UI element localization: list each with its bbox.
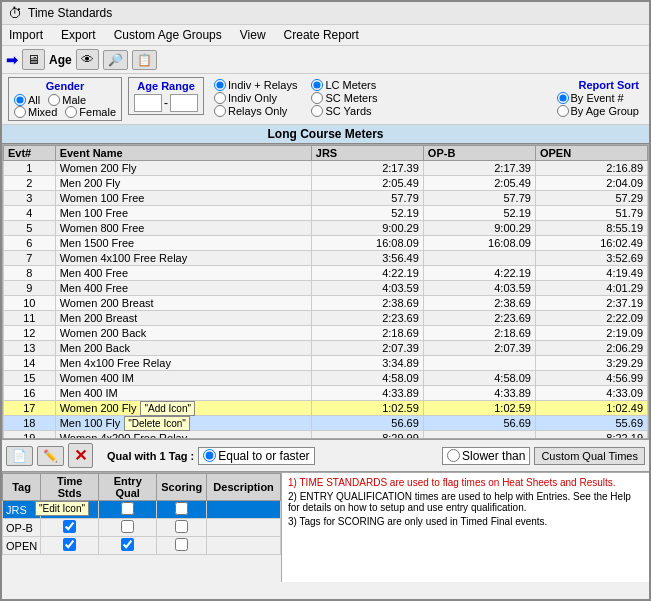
tag-row[interactable]: JRS"Edit Icon" (3, 501, 281, 519)
cell-jrs: 8:29.99 (311, 431, 423, 440)
tag-cell-tag: OP-B (3, 519, 41, 537)
menu-import[interactable]: Import (6, 27, 46, 43)
age-range-to[interactable] (170, 94, 198, 112)
cell-open: 51.79 (535, 206, 647, 221)
table-row[interactable]: 1Women 200 Fly2:17.392:17.392:16.89 (4, 161, 648, 176)
tags-section: Tag Time Stds Entry Qual Scoring Descrip… (2, 472, 649, 582)
tag-col-time-stds: Time Stds (41, 474, 99, 501)
cell-opb: 16:08.09 (423, 236, 535, 251)
course-lc-meters[interactable]: LC Meters (311, 79, 377, 91)
table-row[interactable]: 2Men 200 Fly2:05.492:05.492:04.09 (4, 176, 648, 191)
help-text-item: 2) ENTRY QUALIFICATION times are used to… (288, 491, 643, 513)
equal-faster-option[interactable]: Equal to or faster (198, 447, 314, 465)
cell-opb: 4:03.59 (423, 281, 535, 296)
table-row[interactable]: 8Men 400 Free4:22.194:22.194:19.49 (4, 266, 648, 281)
cell-jrs: 9:00.29 (311, 221, 423, 236)
relay-relays-only[interactable]: Relays Only (214, 105, 297, 117)
toolbar-eye-btn[interactable]: 👁 (76, 49, 99, 70)
toolbar: ➡ 🖥 Age 👁 🔎 📋 (2, 46, 649, 74)
sort-by-event[interactable]: By Event # (557, 92, 640, 104)
tag-cell-time-stds[interactable] (41, 519, 99, 537)
menu-create-report[interactable]: Create Report (281, 27, 362, 43)
edit-btn[interactable]: ✏️ (37, 446, 64, 466)
cell-name: Women 200 Fly"Add Icon" (55, 401, 311, 416)
toolbar-btn-1[interactable]: 🖥 (22, 49, 45, 70)
menu-view[interactable]: View (237, 27, 269, 43)
table-row[interactable]: 5Women 800 Free9:00.299:00.298:55.19 (4, 221, 648, 236)
table-row[interactable]: 3Women 100 Free57.7957.7957.29 (4, 191, 648, 206)
cell-num: 14 (4, 356, 56, 371)
nav-arrow-icon[interactable]: ➡ (6, 52, 18, 68)
menu-custom-age-groups[interactable]: Custom Age Groups (111, 27, 225, 43)
cell-open: 2:37.19 (535, 296, 647, 311)
age-range-from[interactable] (134, 94, 162, 112)
gender-all[interactable]: All (14, 94, 40, 106)
cell-open: 4:56.99 (535, 371, 647, 386)
table-row[interactable]: 6Men 1500 Free16:08.0916:08.0916:02.49 (4, 236, 648, 251)
tag-cell-desc (207, 501, 281, 519)
gender-male[interactable]: Male (48, 94, 86, 106)
cell-open: 2:22.09 (535, 311, 647, 326)
bottom-toolbar: 📄 ✏️ ✕ Qual with 1 Tag : Equal to or fas… (2, 439, 649, 472)
sort-by-age-group[interactable]: By Age Group (557, 105, 640, 117)
table-row[interactable]: 17Women 200 Fly"Add Icon"1:02.591:02.591… (4, 401, 648, 416)
table-row[interactable]: 14Men 4x100 Free Relay3:34.893:29.29 (4, 356, 648, 371)
gender-female[interactable]: Female (65, 106, 116, 118)
cell-name: Men 400 IM (55, 386, 311, 401)
table-row[interactable]: 11Men 200 Breast2:23.692:23.692:22.09 (4, 311, 648, 326)
gender-mixed[interactable]: Mixed (14, 106, 57, 118)
table-row[interactable]: 15Women 400 IM4:58.094:58.094:56.99 (4, 371, 648, 386)
cell-opb (423, 356, 535, 371)
table-row[interactable]: 9Men 400 Free4:03.594:03.594:01.29 (4, 281, 648, 296)
tag-row[interactable]: OPEN (3, 537, 281, 555)
tag-cell-scoring[interactable] (157, 501, 207, 519)
slower-than-option[interactable]: Slower than (442, 447, 530, 465)
tag-cell-entry-qual[interactable] (99, 537, 157, 555)
tag-cell-scoring[interactable] (157, 519, 207, 537)
cell-num: 5 (4, 221, 56, 236)
course-sc-yards[interactable]: SC Yards (311, 105, 377, 117)
cell-opb: 2:18.69 (423, 326, 535, 341)
table-row[interactable]: 12Women 200 Back2:18.692:18.692:19.09 (4, 326, 648, 341)
cell-num: 8 (4, 266, 56, 281)
delete-btn[interactable]: ✕ (68, 443, 93, 468)
cell-jrs: 52.19 (311, 206, 423, 221)
cell-name: Men 200 Fly (55, 176, 311, 191)
course-sc-meters[interactable]: SC Meters (311, 92, 377, 104)
cell-num: 1 (4, 161, 56, 176)
cell-jrs: 56.69 (311, 416, 423, 431)
cell-jrs: 2:38.69 (311, 296, 423, 311)
custom-qual-btn[interactable]: Custom Qual Times (534, 447, 645, 465)
table-row[interactable]: 4Men 100 Free52.1952.1951.79 (4, 206, 648, 221)
cell-open: 4:19.49 (535, 266, 647, 281)
cell-jrs: 2:23.69 (311, 311, 423, 326)
cell-name: Men 200 Back (55, 341, 311, 356)
tag-cell-time-stds[interactable] (41, 537, 99, 555)
cell-opb: 4:22.19 (423, 266, 535, 281)
tag-cell-scoring[interactable] (157, 537, 207, 555)
table-wrapper[interactable]: Evt# Event Name JRS OP-B OPEN 1Women 200… (2, 144, 649, 439)
table-row[interactable]: 7Women 4x100 Free Relay3:56.493:52.69 (4, 251, 648, 266)
tag-row[interactable]: OP-B (3, 519, 281, 537)
toolbar-btn-3[interactable]: 📋 (132, 50, 157, 70)
table-row[interactable]: 19Women 4x200 Free Relay8:29.998:22.19 (4, 431, 648, 440)
table-row[interactable]: 16Men 400 IM4:33.894:33.894:33.09 (4, 386, 648, 401)
table-row[interactable]: 10Women 200 Breast2:38.692:38.692:37.19 (4, 296, 648, 311)
col-header-num: Evt# (4, 146, 56, 161)
title-bar: ⏱ Time Standards (2, 2, 649, 25)
new-btn[interactable]: 📄 (6, 446, 33, 466)
gender-group: Gender All Male Mixed Female (8, 77, 122, 121)
table-row[interactable]: 18Men 100 Fly"Delete Icon"56.6956.6955.6… (4, 416, 648, 431)
toolbar-btn-2[interactable]: 🔎 (103, 50, 128, 70)
tag-cell-entry-qual[interactable] (99, 501, 157, 519)
tag-cell-entry-qual[interactable] (99, 519, 157, 537)
relay-indiv-relays[interactable]: Indiv + Relays (214, 79, 297, 91)
cell-jrs: 3:34.89 (311, 356, 423, 371)
gender-title: Gender (14, 80, 116, 92)
relay-indiv-only[interactable]: Indiv Only (214, 92, 297, 104)
cell-jrs: 4:33.89 (311, 386, 423, 401)
menu-export[interactable]: Export (58, 27, 99, 43)
tags-table-wrapper[interactable]: Tag Time Stds Entry Qual Scoring Descrip… (2, 473, 282, 582)
cell-jrs: 16:08.09 (311, 236, 423, 251)
table-row[interactable]: 13Men 200 Back2:07.392:07.392:06.29 (4, 341, 648, 356)
